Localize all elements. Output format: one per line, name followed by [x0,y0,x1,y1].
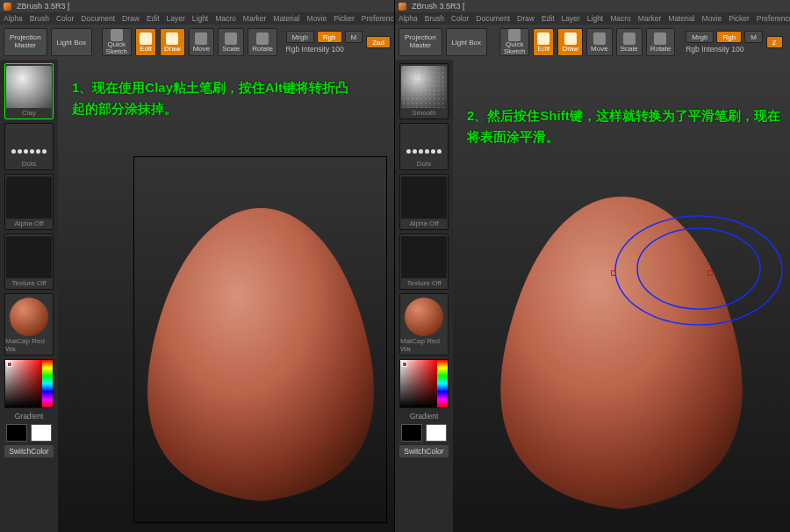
edit-mode-button[interactable]: Edit [135,28,156,56]
light-box-button[interactable]: Light Box [446,28,487,56]
alpha-thumb-icon [401,176,447,219]
gradient-label[interactable]: Gradient [410,412,439,421]
black-swatch[interactable] [401,424,422,442]
texture-slot[interactable]: Texture Off [399,234,449,290]
stroke-slot[interactable]: Dots [399,123,449,170]
material-thumb-icon [405,298,443,336]
projection-master-button[interactable]: Projection Master [4,28,47,56]
move-mode-button[interactable]: Move [189,28,215,56]
menu-edit[interactable]: Edit [147,14,160,23]
quick-sketch-button[interactable]: Quick Sketch [102,28,132,56]
sv-plane[interactable] [400,360,437,407]
white-swatch[interactable] [31,424,52,442]
sv-plane[interactable] [5,360,42,407]
rgb-button[interactable]: Rgb [716,31,742,43]
menu-brush[interactable]: Brush [425,14,444,23]
menu-movie[interactable]: Movie [307,14,327,23]
draw-mode-button[interactable]: Draw [160,28,185,56]
quick-sketch-button[interactable]: Quick Sketch [499,28,529,56]
edit-icon [537,32,549,45]
menu-marker[interactable]: Marker [638,14,661,23]
menu-macro[interactable]: Macro [610,14,631,23]
menu-marker[interactable]: Marker [243,14,266,23]
rgb-button[interactable]: Rgb [317,31,342,43]
color-picker[interactable] [399,359,449,408]
alpha-thumb-icon [6,176,52,219]
menu-color[interactable]: Color [451,14,469,23]
color-handle-icon [402,362,407,367]
viewport-left[interactable] [58,60,394,532]
color-picker[interactable] [4,359,54,408]
menu-light[interactable]: Light [587,14,603,23]
color-handle-icon [7,362,12,367]
stroke-label: Dots [22,159,36,169]
alpha-slot[interactable]: Alpha Off [399,174,449,230]
switch-color-button[interactable]: SwitchColor [4,445,54,457]
m-button[interactable]: M [744,31,763,43]
move-mode-button[interactable]: Move [586,28,613,56]
menu-material[interactable]: Material [273,14,299,23]
hue-strip[interactable] [437,360,448,407]
m-button[interactable]: M [345,31,363,43]
hue-strip[interactable] [42,360,53,407]
material-slot[interactable]: MatCap Red Wa [399,293,449,356]
menu-picker[interactable]: Picker [334,14,355,23]
projection-master-button[interactable]: Projection Master [399,28,442,56]
texture-label: Texture Off [407,278,442,289]
edit-mode-button[interactable]: Edit [533,28,554,56]
menu-alpha[interactable]: Alpha [399,14,418,23]
menu-layer[interactable]: Layer [562,14,580,23]
menu-brush[interactable]: Brush [30,14,49,23]
alpha-slot[interactable]: Alpha Off [4,174,54,230]
sculpt-mesh[interactable] [133,201,388,508]
material-slot[interactable]: MatCap Red Wa [4,293,54,356]
pencil-icon [111,29,123,41]
fg-bg-swatches[interactable] [6,424,52,442]
sculpt-mesh[interactable] [490,191,753,516]
rotate-mode-button[interactable]: Rotate [646,28,676,56]
switch-color-button[interactable]: SwitchColor [399,445,449,457]
menu-draw[interactable]: Draw [517,14,535,23]
white-swatch[interactable] [426,424,447,442]
zadd-button[interactable]: Z [766,36,783,48]
menu-movie[interactable]: Movie [702,14,722,23]
menu-edit[interactable]: Edit [542,14,555,23]
menu-light[interactable]: Light [192,14,208,23]
rgb-controls: Mrgb Rgb M Rgb Intensity 100 [686,31,763,54]
draw-mode-button[interactable]: Draw [557,28,583,56]
document-area[interactable] [133,156,387,523]
black-swatch[interactable] [6,424,27,442]
mrgb-button[interactable]: Mrgb [286,31,314,43]
rotate-mode-button[interactable]: Rotate [248,28,277,56]
rgb-intensity-value[interactable]: 100 [731,45,743,54]
texture-thumb-icon [6,236,52,278]
menu-material[interactable]: Material [668,14,694,23]
symmetry-marker [611,270,616,276]
brush-slot[interactable]: Clay [4,63,54,119]
menu-macro[interactable]: Macro [215,14,236,23]
brush-center-marker [707,270,713,276]
fg-bg-swatches[interactable] [401,424,447,442]
menu-preferences[interactable]: Preferences [362,14,394,23]
app-title: ZBrush 3.5R3 [ [17,2,70,11]
menu-document[interactable]: Document [476,14,510,23]
menu-preferences[interactable]: Preferences [757,14,790,23]
texture-slot[interactable]: Texture Off [4,234,54,290]
gradient-label[interactable]: Gradient [15,412,44,421]
menu-color[interactable]: Color [56,14,74,23]
menu-alpha[interactable]: Alpha [4,14,23,23]
light-box-button[interactable]: Light Box [51,28,92,56]
scale-mode-button[interactable]: Scale [616,28,643,56]
brush-slot[interactable]: Smooth [399,63,449,119]
scale-mode-button[interactable]: Scale [218,28,244,56]
left-sidebar: Clay Dots Alpha Off Texture Off MatCap R… [0,60,58,532]
stroke-slot[interactable]: Dots [4,123,54,170]
zadd-button[interactable]: Zad [366,36,391,48]
menu-layer[interactable]: Layer [167,14,185,23]
mrgb-button[interactable]: Mrgb [686,31,714,43]
menu-picker[interactable]: Picker [729,14,750,23]
left-pane: ZBrush 3.5R3 [ Alpha Brush Color Documen… [0,0,395,532]
rgb-intensity-value[interactable]: 100 [332,45,344,54]
menu-document[interactable]: Document [81,14,115,23]
menu-draw[interactable]: Draw [122,14,140,23]
